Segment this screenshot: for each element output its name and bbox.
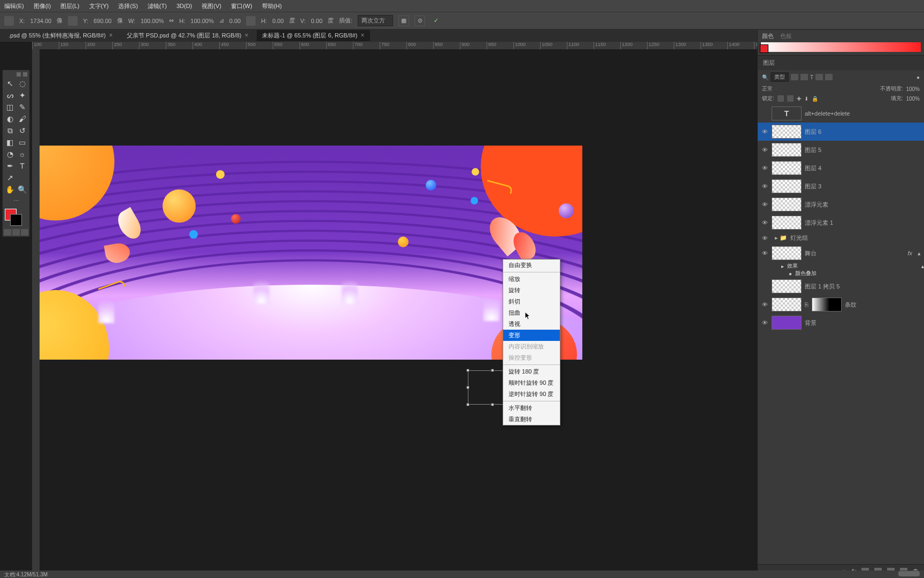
eye-icon[interactable]: 👁 (761, 147, 768, 153)
ctx-item[interactable]: 水平翻转 (503, 402, 560, 414)
filter-adjust-icon[interactable] (800, 74, 808, 80)
ctx-item[interactable]: 旋转 180 度 (503, 366, 560, 377)
eye-icon[interactable]: 👁 (761, 320, 768, 326)
eye-icon[interactable]: 👁 (761, 201, 768, 208)
menu-item[interactable]: 图像(I) (34, 2, 51, 10)
blend-mode-select[interactable]: 正常 (762, 85, 799, 93)
transform-context-menu[interactable]: 自由变换缩放旋转斜切扭曲透视变形内容识别缩放操控变形旋转 180 度顺时针旋转 … (503, 259, 560, 425)
path-tool[interactable]: ↗ (4, 172, 16, 184)
eye-icon[interactable]: 👁 (761, 250, 768, 256)
lasso-tool[interactable]: ᔕ (4, 89, 16, 101)
menu-item[interactable]: 选择(S) (118, 2, 138, 10)
delta-icon[interactable] (68, 16, 78, 26)
main-menu[interactable]: 编辑(E)图像(I)图层(L)文字(Y)选择(S)滤镜(T)3D(D)视图(V)… (0, 0, 924, 12)
menu-item[interactable]: 滤镜(T) (148, 2, 167, 10)
eye-icon[interactable]: 👁 (761, 183, 768, 189)
interp-select[interactable]: 两次立方 (358, 15, 393, 26)
reference-point-icon[interactable] (4, 16, 14, 26)
eraser-tool[interactable]: ◧ (4, 136, 16, 148)
lock-pixels-icon[interactable] (777, 95, 784, 102)
move-tool[interactable]: ↖ (4, 78, 16, 89)
y-value[interactable]: 690.00 (94, 18, 112, 24)
layer-row[interactable]: 图层 1 拷贝 5 (758, 277, 924, 295)
w-value[interactable]: 100.00% (141, 18, 164, 24)
document-tab[interactable]: .psd @ 55% (生鲜特惠海报, RGB/8#)× (3, 30, 118, 41)
layer-row[interactable]: 👁图层 3 (758, 177, 924, 195)
menu-item[interactable]: 文字(Y) (89, 2, 109, 10)
h-value[interactable]: 100.00% (190, 18, 213, 24)
menu-item[interactable]: 窗口(W) (231, 2, 252, 10)
ctx-item[interactable]: 垂直翻转 (503, 414, 560, 425)
layer-row[interactable]: Talt+delete+delete (758, 104, 924, 123)
marquee-tool[interactable]: ◌ (16, 78, 28, 89)
layer-row[interactable]: 👁▸ 📁灯光组 (758, 232, 924, 244)
filter-pixel-icon[interactable] (791, 74, 798, 80)
history-tool[interactable]: ↺ (16, 125, 28, 136)
background-color[interactable] (10, 214, 22, 226)
eyedropper-tool[interactable]: ✎ (16, 101, 28, 113)
ctx-item[interactable]: 自由变换 (503, 260, 560, 271)
brush-tool[interactable]: 🖌 (16, 113, 28, 125)
eye-icon[interactable]: 👁 (761, 235, 768, 241)
ctx-item[interactable]: 旋转 (503, 285, 560, 296)
menu-item[interactable]: 帮助(H) (262, 2, 282, 10)
zoom-tool[interactable]: 🔍 (16, 184, 28, 195)
menu-item[interactable]: 图层(L) (60, 2, 79, 10)
eye-icon[interactable]: 👁 (761, 219, 768, 226)
close-icon[interactable]: × (361, 32, 365, 39)
crop-tool[interactable]: ◫ (4, 101, 16, 113)
menu-item[interactable]: 视图(V) (202, 2, 221, 10)
eye-icon[interactable]: 👁 (761, 301, 768, 308)
eye-icon[interactable]: 👁 (761, 165, 768, 171)
ctx-item[interactable]: 扭曲 (503, 307, 560, 318)
wand-tool[interactable]: ✦ (16, 89, 28, 101)
_blank[interactable] (16, 172, 28, 184)
layers-list[interactable]: Talt+delete+delete👁图层 6👁图层 5👁图层 4👁图层 3👁漂… (758, 103, 924, 564)
layer-row[interactable]: 👁漂浮元素 1 (758, 214, 924, 232)
layer-filter-kind[interactable]: 类型 (771, 72, 789, 82)
fill-input[interactable]: 100% (906, 96, 920, 102)
menu-item[interactable]: 3D(D) (176, 3, 192, 9)
layer-row[interactable]: 👁漂浮元素 (758, 195, 924, 214)
tab-color[interactable]: 颜色 (762, 32, 774, 40)
layer-fx[interactable]: ●颜色叠加 (758, 270, 924, 277)
gradient-tool[interactable]: ▭ (16, 136, 28, 148)
ctx-item[interactable]: 逆时针旋转 90 度 (503, 389, 560, 400)
canvas-area[interactable] (32, 49, 790, 572)
opacity-input[interactable]: 100% (906, 86, 920, 92)
hand-tool[interactable]: ✋ (4, 184, 16, 195)
grid-toggle-button[interactable]: ▦ (398, 16, 409, 26)
commit-transform-button[interactable]: ✓ (430, 16, 441, 26)
spot-tool[interactable]: ◐ (4, 113, 16, 125)
color-swatch[interactable] (4, 208, 23, 227)
eye-icon[interactable]: 👁 (761, 128, 768, 135)
layer-fx[interactable]: ▸效果▴ (758, 262, 924, 270)
layers-panel-tab[interactable]: 图层 (758, 56, 924, 70)
ctx-item[interactable]: 顺时针旋转 90 度 (503, 377, 560, 389)
document-tab[interactable]: 未标题-1 @ 65.5% (图层 6, RGB/8#)× (257, 30, 369, 41)
h-scrollbar[interactable] (898, 571, 920, 576)
lock-position-icon[interactable] (787, 95, 794, 102)
ctx-item[interactable]: 变形 (503, 330, 560, 341)
layer-row[interactable]: 👁舞台fx▴ (758, 244, 924, 262)
type-tool[interactable]: T (16, 160, 28, 172)
color-ramp[interactable] (761, 42, 921, 52)
angle-value[interactable]: 0.00 (229, 18, 241, 24)
filter-smart-icon[interactable] (825, 74, 833, 80)
ctx-item[interactable]: 斜切 (503, 296, 560, 307)
screenmode-icon[interactable] (12, 229, 20, 235)
ctx-item[interactable]: 透视 (503, 318, 560, 330)
stamp-tool[interactable]: ⧉ (4, 125, 16, 136)
filter-shape-icon[interactable] (815, 74, 823, 80)
menu-item[interactable]: 编辑(E) (4, 2, 24, 10)
document-tab[interactable]: 父亲节 PSD.psd @ 42.7% (图层 18, RGB/8)× (121, 30, 254, 41)
x-value[interactable]: 1734.00 (30, 18, 51, 24)
close-icon[interactable]: × (109, 32, 113, 39)
layer-row[interactable]: 👁图层 6 (758, 123, 924, 141)
layer-row[interactable]: 👁图层 5 (758, 141, 924, 159)
layer-row[interactable]: 👁图层 4 (758, 159, 924, 177)
link-icon[interactable]: ⇔ (169, 17, 174, 24)
pen-tool[interactable]: ✒ (4, 160, 16, 172)
cancel-transform-button[interactable]: ⊘ (414, 16, 425, 26)
filter-type-icon[interactable]: T (810, 74, 813, 80)
